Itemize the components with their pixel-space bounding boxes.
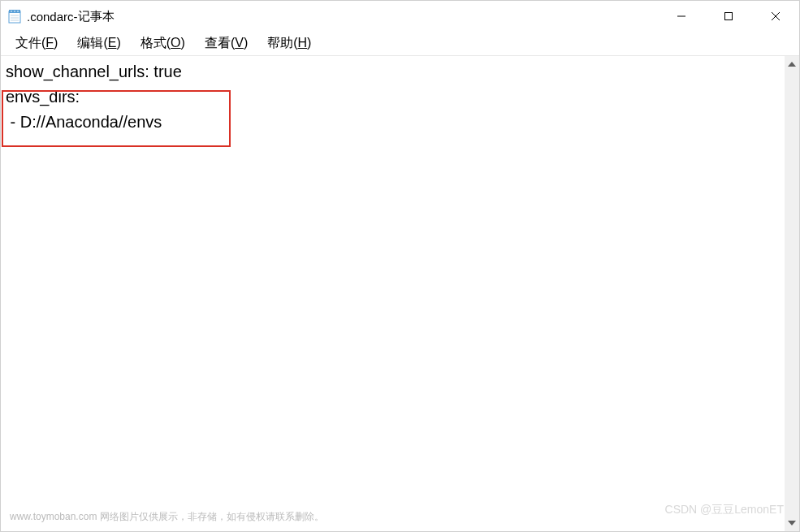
- svg-rect-0: [9, 11, 20, 23]
- content-area: show_channel_urls: trueenvs_dirs: - D://…: [1, 56, 799, 531]
- svg-point-3: [14, 11, 15, 12]
- menubar: 文件(F) 编辑(E) 格式(O) 查看(V) 帮助(H): [1, 32, 799, 56]
- notepad-window: .condarc - 记事本 文件(F) 编辑(E) 格式(O) 查看(V) 帮…: [0, 0, 800, 532]
- text-line: show_channel_urls: true: [6, 59, 780, 84]
- menu-view[interactable]: 查看(V): [197, 32, 256, 54]
- svg-point-4: [17, 11, 19, 12]
- window-title-appname: 记事本: [78, 9, 115, 24]
- maximize-button[interactable]: [705, 1, 752, 32]
- menu-format[interactable]: 格式(O): [132, 32, 193, 54]
- minimize-button[interactable]: [658, 1, 705, 32]
- menu-edit[interactable]: 编辑(E): [69, 32, 128, 54]
- scroll-down-arrow-icon[interactable]: [785, 517, 798, 530]
- close-button[interactable]: [752, 1, 799, 32]
- titlebar[interactable]: .condarc - 记事本: [1, 1, 799, 32]
- notepad-icon: [7, 9, 22, 24]
- svg-rect-9: [725, 13, 733, 20]
- window-title-filename: .condarc: [27, 10, 74, 24]
- window-controls: [658, 1, 799, 32]
- vertical-scrollbar[interactable]: [785, 56, 799, 531]
- watermark-right: CSDN @豆豆LemonET: [665, 503, 784, 517]
- menu-file[interactable]: 文件(F): [7, 32, 66, 54]
- menu-help[interactable]: 帮助(H): [259, 32, 319, 54]
- svg-point-2: [11, 11, 12, 12]
- text-line: envs_dirs:: [6, 84, 780, 110]
- text-line: - D://Anaconda//envs: [6, 110, 780, 135]
- watermark-left: www.toymoban.com 网络图片仅供展示，非存储，如有侵权请联系删除。: [10, 510, 324, 524]
- scroll-up-arrow-icon[interactable]: [785, 58, 798, 71]
- text-editor[interactable]: show_channel_urls: trueenvs_dirs: - D://…: [1, 56, 785, 531]
